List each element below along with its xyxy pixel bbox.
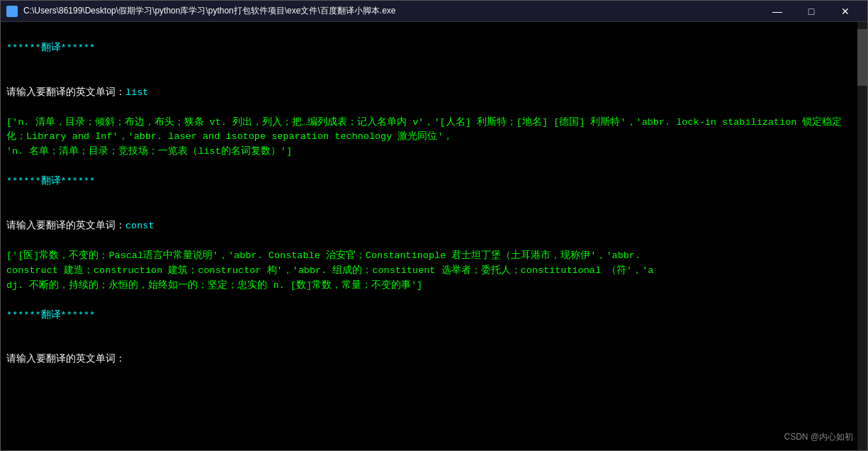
- title-bar-left: C:\Users\86199\Desktop\假期学习\python库学习\py…: [6, 5, 396, 17]
- console-area: ******翻译****** 请输入要翻译的英文单词：list ['n. 清单，…: [1, 22, 867, 450]
- separator-1: ******翻译******: [6, 43, 95, 53]
- title-bar-controls: — □ ✕: [761, 1, 862, 22]
- app-icon: [6, 6, 18, 17]
- prompt-1: 请输入要翻译的英文单词：list: [6, 87, 148, 98]
- input-word-2: const: [125, 221, 154, 231]
- separator-2: ******翻译******: [6, 176, 95, 186]
- prompt-3: 请输入要翻译的英文单词：: [6, 354, 125, 364]
- result-1: ['n. 清单，目录；倾斜；布边，布头；狭条 vt. 列出，列入；把…编列成表；…: [6, 117, 842, 157]
- prompt-2: 请输入要翻译的英文单词：const: [6, 221, 154, 231]
- scrollbar[interactable]: [857, 22, 867, 450]
- title-bar: C:\Users\86199\Desktop\假期学习\python库学习\py…: [1, 1, 867, 22]
- console-content: ******翻译****** 请输入要翻译的英文单词：list ['n. 清单，…: [6, 26, 862, 382]
- main-window: C:\Users\86199\Desktop\假期学习\python库学习\py…: [0, 0, 868, 451]
- scrollbar-thumb[interactable]: [857, 29, 867, 86]
- input-word-1: list: [125, 87, 148, 98]
- title-bar-text: C:\Users\86199\Desktop\假期学习\python库学习\py…: [23, 5, 396, 17]
- separator-3: ******翻译******: [6, 310, 95, 321]
- watermark: CSDN @内心如初: [784, 431, 853, 443]
- minimize-button[interactable]: —: [761, 1, 794, 22]
- maximize-button[interactable]: □: [795, 1, 828, 22]
- close-button[interactable]: ✕: [829, 1, 862, 22]
- result-2: ['[医]常数，不变的；Pascal语言中常量说明'，'abbr. Consta…: [6, 250, 653, 291]
